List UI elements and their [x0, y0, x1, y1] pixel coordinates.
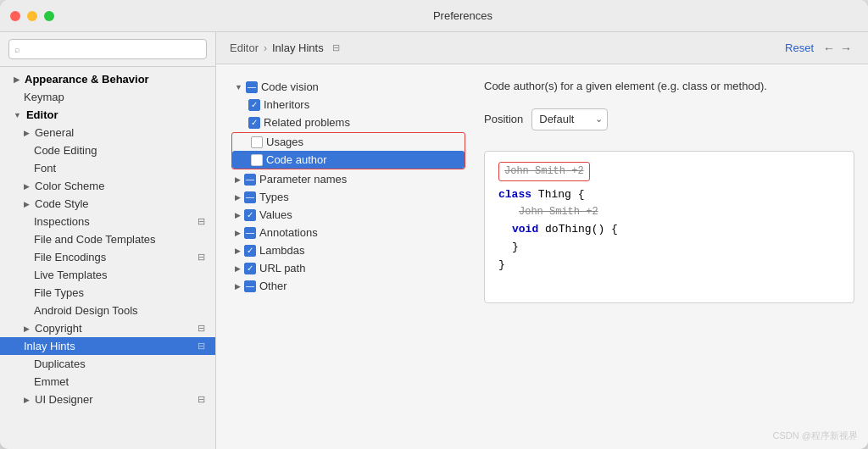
code-keyword-void: void: [512, 223, 538, 236]
sidebar-item-appearance[interactable]: ▶ Appearance & Behavior: [0, 70, 215, 88]
panel-content: ▼ — Code vision ✓ Inheritors ✓ Related: [216, 64, 868, 449]
copyright-badge: ⊟: [198, 323, 205, 334]
sidebar-item-copyright[interactable]: ▶ Copyright ⊟: [0, 319, 215, 337]
search-box: ⌕: [0, 32, 215, 67]
sidebar-item-color-scheme[interactable]: ▶ Color Scheme: [0, 177, 215, 195]
reset-button[interactable]: Reset: [785, 42, 814, 54]
back-button[interactable]: ←: [823, 42, 835, 55]
chevron-icon: ▶: [235, 229, 241, 237]
chevron-icon: ▼: [14, 111, 21, 119]
sidebar-item-keymap[interactable]: Keymap: [0, 88, 215, 106]
sidebar-item-inlay-hints[interactable]: Inlay Hints ⊟: [0, 337, 215, 355]
traffic-lights: [10, 11, 54, 21]
sidebar-item-file-code-templates[interactable]: File and Code Templates: [0, 230, 215, 248]
tree-panel: ▼ — Code vision ✓ Inheritors ✓ Related: [230, 78, 467, 435]
tree-checkbox-related-problems[interactable]: ✓: [248, 117, 260, 129]
chevron-icon: ▶: [235, 282, 241, 291]
code-hint-2: John Smith +2: [519, 204, 598, 220]
code-text-close-outer: }: [498, 258, 505, 271]
chevron-icon: ▶: [24, 182, 30, 191]
description-text: Code author(s) for a given element (e.g.…: [484, 78, 854, 95]
chevron-icon: ▶: [235, 247, 241, 255]
tree-checkbox-code-author[interactable]: [251, 154, 263, 166]
breadcrumb-icon: ⊟: [332, 42, 340, 53]
tree-item-annotations[interactable]: ▶ — Annotations: [230, 224, 467, 241]
position-select[interactable]: Default Inline Above Below: [531, 108, 608, 130]
ui-designer-badge: ⊟: [198, 394, 205, 405]
sidebar-item-file-encodings[interactable]: File Encodings ⊟: [0, 248, 215, 266]
preferences-window: Preferences ⌕ ▶ Appearance & Behavior Ke…: [0, 0, 868, 449]
position-select-wrap: Default Inline Above Below ⌄: [531, 108, 608, 130]
chevron-icon: ▶: [24, 129, 30, 137]
sidebar-item-code-editing[interactable]: Code Editing: [0, 141, 215, 159]
sidebar-item-general[interactable]: ▶ General: [0, 124, 215, 141]
tree-item-usages[interactable]: Usages: [232, 133, 465, 151]
tree-checkbox-annotations[interactable]: —: [244, 227, 256, 239]
tree-item-inheritors[interactable]: ✓ Inheritors: [230, 96, 467, 114]
chevron-icon: ▼: [235, 83, 242, 91]
position-row: Position Default Inline Above Below ⌄: [484, 108, 854, 130]
sidebar-item-file-types[interactable]: File Types: [0, 284, 215, 302]
sidebar: ⌕ ▶ Appearance & Behavior Keymap ▼ Edito…: [0, 32, 216, 449]
code-hint-1: John Smith +2: [498, 162, 590, 181]
minimize-button[interactable]: [27, 11, 37, 21]
chevron-icon: ▶: [24, 200, 30, 208]
window-title: Preferences: [68, 9, 858, 22]
sidebar-item-editor[interactable]: ▼ Editor: [0, 106, 215, 124]
close-button[interactable]: [10, 11, 20, 21]
main-layout: ⌕ ▶ Appearance & Behavior Keymap ▼ Edito…: [0, 32, 868, 449]
tree-checkbox-inheritors[interactable]: ✓: [248, 99, 260, 111]
search-input[interactable]: [8, 39, 207, 59]
tree-checkbox-other[interactable]: —: [244, 280, 256, 292]
sidebar-list: ▶ Appearance & Behavior Keymap ▼ Editor …: [0, 67, 215, 449]
tree-checkbox-parameter-names[interactable]: —: [244, 174, 256, 186]
position-label: Position: [484, 113, 523, 125]
tree-item-lambdas[interactable]: ▶ ✓ Lambdas: [230, 241, 467, 259]
code-preview: John Smith +2 class Thing { John Smith +…: [484, 151, 854, 303]
forward-button[interactable]: →: [840, 42, 852, 55]
tree-item-related-problems[interactable]: ✓ Related problems: [230, 114, 467, 131]
breadcrumb-editor[interactable]: Editor: [230, 42, 259, 54]
file-encodings-badge: ⊟: [198, 252, 205, 263]
maximize-button[interactable]: [44, 11, 54, 21]
sidebar-item-live-templates[interactable]: Live Templates: [0, 266, 215, 284]
code-text-close-inner: }: [512, 241, 519, 253]
tree-checkbox-lambdas[interactable]: ✓: [244, 245, 256, 257]
chevron-icon: ▶: [235, 264, 241, 273]
sidebar-item-code-style[interactable]: ▶ Code Style: [0, 195, 215, 213]
description-panel: Code author(s) for a given element (e.g.…: [484, 78, 854, 435]
chevron-icon: ▶: [24, 324, 30, 333]
tree-checkbox-url-path[interactable]: ✓: [244, 263, 256, 274]
sidebar-item-duplicates[interactable]: Duplicates: [0, 355, 215, 373]
tree-item-values[interactable]: ▶ ✓ Values: [230, 206, 467, 224]
search-icon: ⌕: [14, 44, 20, 54]
breadcrumb-separator: ›: [264, 42, 267, 54]
tree-checkbox-types[interactable]: —: [244, 191, 256, 203]
tree-item-code-vision[interactable]: ▼ — Code vision: [230, 78, 467, 96]
tree-checkbox-usages[interactable]: [251, 136, 263, 148]
tree-item-url-path[interactable]: ▶ ✓ URL path: [230, 259, 467, 277]
panel-content-wrapper: ▼ — Code vision ✓ Inheritors ✓ Related: [216, 64, 868, 449]
chevron-icon: ▶: [235, 211, 241, 219]
titlebar: Preferences: [0, 0, 868, 32]
tree-item-types[interactable]: ▶ — Types: [230, 188, 467, 206]
sidebar-item-android-design[interactable]: Android Design Tools: [0, 302, 215, 319]
code-keyword-class: class: [498, 188, 531, 201]
tree-item-code-author[interactable]: Code author: [232, 151, 465, 169]
search-wrapper: ⌕: [8, 39, 207, 59]
chevron-icon: ▶: [24, 396, 30, 404]
tree-item-other[interactable]: ▶ — Other: [230, 277, 467, 295]
chevron-icon: ▶: [235, 193, 241, 202]
sidebar-item-ui-designer[interactable]: ▶ UI Designer ⊟: [0, 391, 215, 408]
tree-item-parameter-names[interactable]: ▶ — Parameter names: [230, 170, 467, 188]
breadcrumb-current: Inlay Hints: [272, 42, 324, 54]
sidebar-item-inspections[interactable]: Inspections ⊟: [0, 213, 215, 230]
panel-header: Editor › Inlay Hints ⊟ Reset ← →: [216, 32, 868, 64]
tree-checkbox-values[interactable]: ✓: [244, 209, 256, 221]
breadcrumb: Editor › Inlay Hints ⊟: [230, 42, 340, 54]
tree-checkbox-code-vision[interactable]: —: [246, 81, 258, 93]
sidebar-item-emmet[interactable]: Emmet: [0, 373, 215, 391]
code-text-thing: Thing {: [538, 188, 585, 201]
sidebar-item-font[interactable]: Font: [0, 159, 215, 177]
inspections-badge: ⊟: [198, 216, 205, 227]
